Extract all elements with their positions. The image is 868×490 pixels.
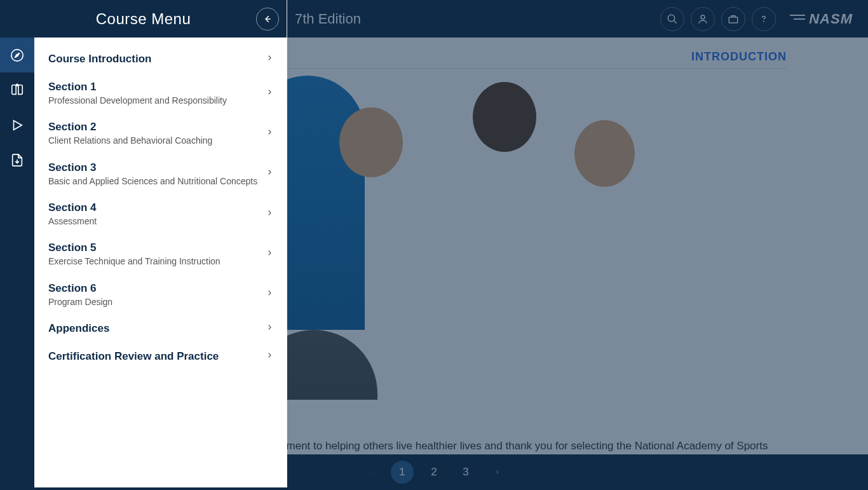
chevron-right-icon: [266, 167, 273, 180]
menu-icon-rail: [0, 37, 34, 487]
menu-item-certification-review[interactable]: Certification Review and Practice: [39, 343, 281, 371]
chevron-right-icon: [266, 322, 273, 335]
chevron-right-icon: [266, 350, 273, 363]
chevron-right-icon: [266, 53, 273, 65]
menu-item-section-4[interactable]: Section 4 Assessment: [39, 194, 281, 234]
menu-item-title: Section 2: [48, 120, 266, 134]
menu-item-appendices[interactable]: Appendices: [39, 315, 281, 343]
menu-item-section-5[interactable]: Section 5 Exercise Technique and Trainin…: [39, 234, 281, 274]
menu-item-title: Section 4: [48, 201, 266, 215]
nav-compass[interactable]: [0, 37, 34, 72]
menu-item-subtitle: Exercise Technique and Training Instruct…: [48, 255, 266, 267]
menu-item-title: Certification Review and Practice: [48, 350, 266, 364]
chevron-right-icon: [266, 87, 273, 100]
course-menu-header: Course Menu: [0, 0, 287, 37]
menu-item-subtitle: Program Design: [48, 296, 266, 308]
chevron-right-icon: [266, 208, 273, 221]
menu-item-title: Appendices: [48, 322, 266, 336]
nav-book[interactable]: [0, 72, 34, 107]
chevron-right-icon: [266, 127, 273, 140]
menu-item-section-3[interactable]: Section 3 Basic and Applied Sciences and…: [39, 154, 281, 194]
menu-item-subtitle: Basic and Applied Sciences and Nutrition…: [48, 175, 266, 187]
svg-marker-7: [15, 53, 19, 57]
chevron-right-icon: [266, 248, 273, 261]
menu-item-subtitle: Assessment: [48, 215, 266, 227]
chevron-right-icon: [266, 288, 273, 301]
close-menu-button[interactable]: [256, 8, 279, 31]
menu-item-title: Section 3: [48, 161, 266, 175]
menu-item-course-introduction[interactable]: Course Introduction: [39, 45, 281, 73]
menu-item-title: Course Introduction: [48, 52, 266, 66]
download-icon: [10, 153, 24, 167]
menu-item-title: Section 5: [48, 241, 266, 255]
menu-item-subtitle: Professional Development and Responsibil…: [48, 95, 266, 106]
menu-item-title: Section 1: [48, 80, 266, 94]
svg-point-8: [17, 84, 18, 86]
compass-icon: [10, 48, 24, 62]
play-icon: [10, 118, 24, 132]
menu-item-section-2[interactable]: Section 2 Client Relations and Behaviora…: [39, 113, 281, 153]
menu-item-title: Section 6: [48, 282, 266, 296]
course-menu-panel: Course Menu Course Introduction Sectio: [0, 0, 287, 487]
svg-marker-9: [14, 120, 22, 130]
arrow-left-icon: [263, 15, 272, 24]
course-menu-list: Course Introduction Section 1 Profession…: [34, 37, 287, 487]
menu-item-section-1[interactable]: Section 1 Professional Development and R…: [39, 73, 281, 113]
book-icon: [10, 83, 24, 97]
menu-item-subtitle: Client Relations and Behavioral Coaching: [48, 135, 266, 146]
nav-play[interactable]: [0, 107, 34, 142]
nav-download[interactable]: [0, 142, 34, 177]
menu-item-section-6[interactable]: Section 6 Program Design: [39, 275, 281, 315]
course-menu-title: Course Menu: [96, 10, 191, 28]
